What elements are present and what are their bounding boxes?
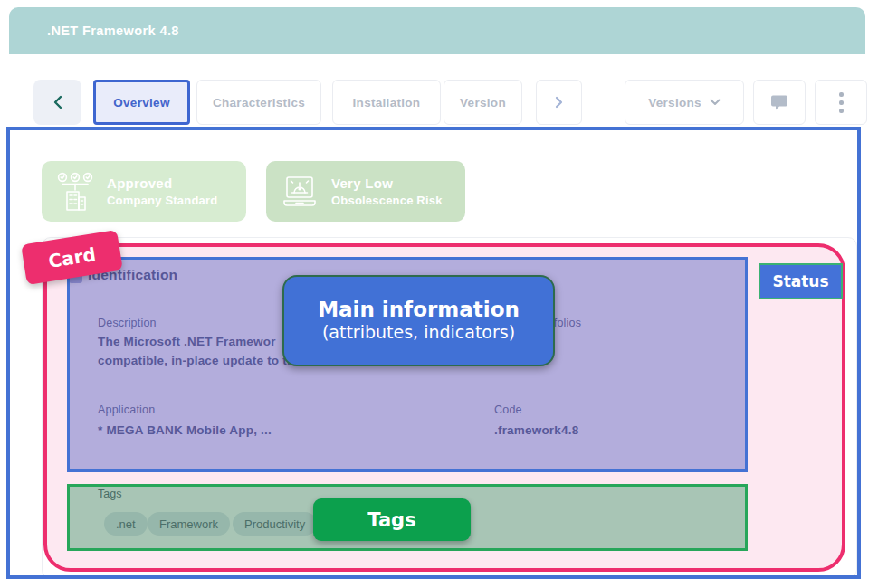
tabs-scroll-next-button[interactable] [536,80,582,125]
tag-chip[interactable]: Framework [148,512,230,536]
more-options-button[interactable] [815,80,867,125]
chevron-right-icon [555,96,563,109]
tab-label: Overview [113,96,169,109]
laptop-alarm-icon [279,171,320,213]
code-label: Code [494,403,522,416]
badge-title: Approved [107,175,217,191]
main-information-callout: Main information (attributes, indicators… [282,275,555,366]
tab-version[interactable]: Version [444,80,522,125]
tab-label: Installation [353,96,421,109]
versions-dropdown[interactable]: Versions [625,80,744,125]
description-label: Description [98,317,157,329]
tab-overview[interactable]: Overview [93,80,190,125]
code-value: .framework4.8 [494,423,578,437]
chevron-left-icon [53,95,62,109]
app-window: .NET Framework 4.8 Overview Characterist… [0,0,878,588]
back-button[interactable] [33,80,81,125]
badge-subtitle: Obsolescence Risk [331,194,443,207]
tags-label: Tags [98,488,121,500]
versions-dropdown-label: Versions [648,96,701,109]
application-value: * MEGA BANK Mobile App, ... [98,423,272,437]
tab-label: Characteristics [213,96,305,109]
tags-callout: Tags [313,498,471,541]
status-callout: Status [759,263,843,299]
indicator-badge-obsolescence: Very Low Obsolescence Risk [266,161,465,222]
tab-characteristics[interactable]: Characteristics [196,80,321,125]
chevron-down-icon [710,99,721,106]
header-bar: .NET Framework 4.8 [9,7,865,54]
approval-building-icon [54,171,96,213]
kebab-icon [839,92,844,97]
status-badge-approved: Approved Company Standard [42,161,246,222]
comments-button[interactable] [753,80,806,125]
description-value-line1: The Microsoft .NET Framewor [98,335,276,348]
tab-label: Version [460,96,506,109]
badge-subtitle: Company Standard [107,194,217,207]
badge-title: Very Low [331,175,443,191]
application-label: Application [98,403,155,416]
comment-icon [769,93,789,111]
tag-chip[interactable]: .net [104,512,148,536]
main-information-callout-title: Main information [318,298,520,323]
page-title: .NET Framework 4.8 [47,7,179,54]
tab-installation[interactable]: Installation [332,80,441,125]
main-information-callout-subtitle: (attributes, indicators) [322,322,515,344]
tag-chip[interactable]: Productivity [233,512,317,536]
